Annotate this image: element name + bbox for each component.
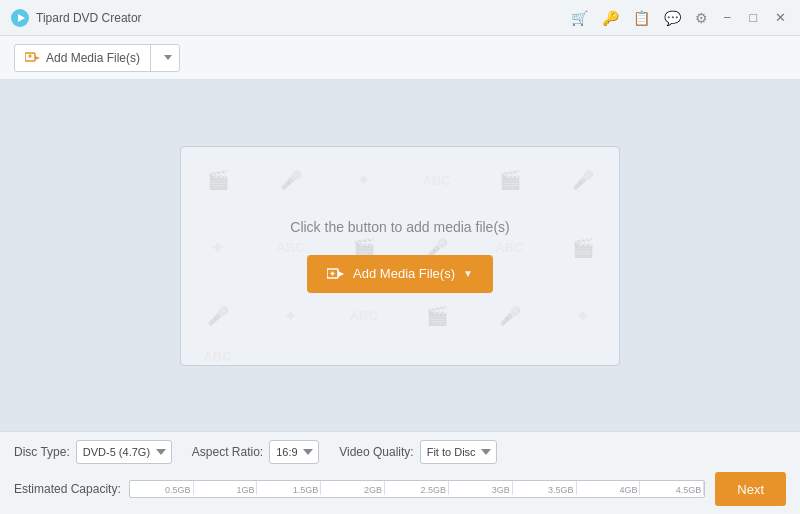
app-title: Tipard DVD Creator <box>36 11 142 25</box>
chevron-down-icon <box>164 55 172 60</box>
tick-3gb: 3GB <box>449 481 513 495</box>
add-media-toolbar-button[interactable]: Add Media File(s) <box>14 44 180 72</box>
add-media-dropdown-icon: ▼ <box>463 268 473 279</box>
maximize-button[interactable]: □ <box>743 9 763 26</box>
drop-zone[interactable]: 🎬 🎤 ✦ ABC 🎬 🎤 ✦ ABC 🎬 🎤 ABC 🎬 🎤 ✦ ABC 🎬 … <box>180 146 620 366</box>
capacity-row: Estimated Capacity: 0.5GB 1GB 1.5GB 2GB … <box>0 472 800 514</box>
capacity-ticks: 0.5GB 1GB 1.5GB 2GB 2.5GB 3GB 3.5GB 4GB … <box>130 481 705 497</box>
aspect-ratio-group: Aspect Ratio: 16:9 4:3 <box>192 440 319 464</box>
next-button[interactable]: Next <box>715 472 786 506</box>
minimize-button[interactable]: − <box>718 9 738 26</box>
wm-cell: ✦ <box>546 282 619 350</box>
wm-cell: 🎤 <box>546 147 619 215</box>
bottom-bar: Disc Type: DVD-5 (4.7G) DVD-9 (8.5G) BD-… <box>0 431 800 514</box>
key-icon[interactable]: 🔑 <box>598 8 623 28</box>
tick-1.5gb: 1.5GB <box>257 481 321 495</box>
add-media-icon <box>25 51 41 65</box>
wm-cell: ✦ <box>327 147 400 215</box>
video-quality-select[interactable]: Fit to Disc High Medium Low <box>420 440 497 464</box>
title-bar: Tipard DVD Creator 🛒 🔑 📋 💬 ⚙ − □ ✕ <box>0 0 800 36</box>
wm-cell: 🎤 <box>254 147 327 215</box>
settings-icon[interactable]: ⚙ <box>691 8 712 28</box>
wm-cell: 🎬 <box>546 214 619 282</box>
tick-4gb: 4GB <box>577 481 641 495</box>
disc-type-group: Disc Type: DVD-5 (4.7G) DVD-9 (8.5G) BD-… <box>14 440 172 464</box>
wm-cell: ✦ <box>181 214 254 282</box>
tick-1gb: 1GB <box>194 481 258 495</box>
add-media-toolbar-label: Add Media File(s) <box>46 51 140 65</box>
register-icon[interactable]: 📋 <box>629 8 654 28</box>
tick-2gb: 2GB <box>321 481 385 495</box>
add-media-center-label: Add Media File(s) <box>353 266 455 281</box>
disc-type-label: Disc Type: <box>14 445 70 459</box>
capacity-section: Estimated Capacity: 0.5GB 1GB 1.5GB 2GB … <box>14 480 705 498</box>
add-media-center-icon <box>327 267 345 281</box>
cart-icon[interactable]: 🛒 <box>567 8 592 28</box>
capacity-label: Estimated Capacity: <box>14 482 121 496</box>
tick-2.5gb: 2.5GB <box>385 481 449 495</box>
add-media-dropdown-arrow[interactable] <box>157 45 179 71</box>
wm-cell: 🎤 <box>181 282 254 350</box>
add-media-center-button[interactable]: Add Media File(s) ▼ <box>307 255 493 293</box>
toolbar: Add Media File(s) <box>0 36 800 80</box>
aspect-ratio-select[interactable]: 16:9 4:3 <box>269 440 319 464</box>
aspect-ratio-label: Aspect Ratio: <box>192 445 263 459</box>
support-icon[interactable]: 💬 <box>660 8 685 28</box>
wm-cell: 🎬 <box>181 147 254 215</box>
add-media-main-part[interactable]: Add Media File(s) <box>15 45 151 71</box>
svg-marker-7 <box>338 271 344 277</box>
wm-cell: ABC <box>181 349 254 364</box>
title-bar-left: Tipard DVD Creator <box>10 8 142 28</box>
tick-0.5gb: 0.5GB <box>130 481 194 495</box>
close-button[interactable]: ✕ <box>769 9 792 26</box>
main-content: 🎬 🎤 ✦ ABC 🎬 🎤 ✦ ABC 🎬 🎤 ABC 🎬 🎤 ✦ ABC 🎬 … <box>0 80 800 431</box>
svg-marker-3 <box>35 56 40 60</box>
title-bar-controls: 🛒 🔑 📋 💬 ⚙ − □ ✕ <box>567 8 792 28</box>
video-quality-group: Video Quality: Fit to Disc High Medium L… <box>339 440 497 464</box>
wm-cell: ABC <box>400 147 473 215</box>
tick-4.5gb: 4.5GB <box>640 481 704 495</box>
video-quality-label: Video Quality: <box>339 445 414 459</box>
drop-zone-prompt: Click the button to add media file(s) <box>290 219 509 235</box>
bottom-controls-row: Disc Type: DVD-5 (4.7G) DVD-9 (8.5G) BD-… <box>0 432 800 472</box>
wm-cell: 🎬 <box>473 147 546 215</box>
capacity-bar: 0.5GB 1GB 1.5GB 2GB 2.5GB 3GB 3.5GB 4GB … <box>129 480 706 498</box>
disc-type-select[interactable]: DVD-5 (4.7G) DVD-9 (8.5G) BD-25 BD-50 <box>76 440 172 464</box>
app-logo-icon <box>10 8 30 28</box>
tick-3.5gb: 3.5GB <box>513 481 577 495</box>
